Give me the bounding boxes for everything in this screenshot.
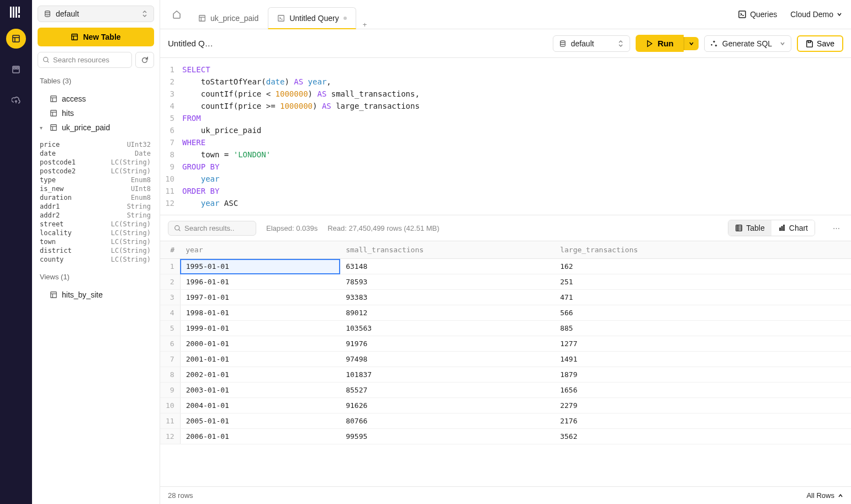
table-row[interactable]: 31997-01-0193383471 [160, 290, 851, 305]
rail-dashboards-icon[interactable] [6, 60, 26, 79]
column-row[interactable]: addr1String [38, 202, 154, 211]
column-row[interactable]: postcode1LC(String) [38, 158, 154, 167]
svg-rect-29 [199, 15, 205, 21]
results-footer: 28 rows All Rows [160, 486, 851, 504]
column-row[interactable]: durationEnum8 [38, 193, 154, 202]
svg-marker-37 [647, 40, 652, 46]
column-row[interactable]: is_newUInt8 [38, 184, 154, 193]
table-row[interactable]: 21996-01-0178593251 [160, 274, 851, 290]
column-header[interactable]: large_transactions [554, 241, 851, 259]
nav-rail [0, 0, 32, 504]
table-item-access[interactable]: access [38, 92, 154, 106]
view-chart-button[interactable]: Chart [771, 220, 815, 236]
column-row[interactable]: countyLC(String) [38, 255, 154, 264]
generate-sql-button[interactable]: Generate SQL [704, 35, 791, 52]
chevron-updown-icon [617, 40, 624, 47]
view-table-button[interactable]: Table [728, 220, 771, 236]
svg-rect-5 [13, 35, 19, 42]
column-row[interactable]: typeEnum8 [38, 176, 154, 184]
table-row[interactable]: 11995-01-0163148162 [160, 259, 851, 274]
results-grid[interactable]: #yearsmall_transactionslarge_transaction… [160, 241, 851, 486]
new-table-button[interactable]: New Table [38, 28, 154, 46]
table-row[interactable]: 112005-01-01807662176 [160, 413, 851, 429]
row-count: 28 rows [168, 491, 193, 500]
svg-rect-3 [18, 7, 20, 13]
svg-rect-4 [18, 15, 20, 18]
svg-rect-26 [51, 292, 57, 298]
column-row[interactable]: districtLC(String) [38, 246, 154, 255]
chevron-down-icon [776, 41, 785, 46]
svg-rect-20 [51, 110, 57, 116]
table-row[interactable]: 82002-01-011018371879 [160, 367, 851, 383]
home-tab[interactable] [165, 0, 189, 29]
run-dropdown-button[interactable] [684, 37, 699, 50]
column-header[interactable]: year [180, 241, 340, 259]
rail-tables-icon[interactable] [6, 29, 26, 49]
column-row[interactable]: addr2String [38, 211, 154, 220]
read-stat: Read: 27,450,499 rows (42.51 MB) [327, 224, 439, 232]
main-area: uk_price_paidUntitled Query + Queries Cl… [160, 0, 851, 504]
database-selector[interactable]: default [38, 6, 154, 22]
tab-uk_price_paid[interactable]: uk_price_paid [189, 7, 268, 29]
results-more-button[interactable]: ⋯ [829, 221, 843, 236]
svg-rect-41 [736, 225, 742, 231]
svg-point-36 [560, 40, 565, 43]
play-icon [646, 40, 653, 47]
database-name: default [56, 9, 79, 18]
query-name[interactable]: Untitled Que… [168, 39, 218, 48]
table-row[interactable]: 41998-01-0189012566 [160, 305, 851, 321]
column-header[interactable]: # [160, 241, 180, 259]
rows-mode-selector[interactable]: All Rows [806, 491, 843, 500]
column-row[interactable]: streetLC(String) [38, 220, 154, 229]
save-button[interactable]: Save [797, 35, 843, 52]
table-row[interactable]: 51999-01-01103563885 [160, 321, 851, 336]
table-row[interactable]: 122006-01-01995953562 [160, 429, 851, 444]
table-row[interactable]: 102004-01-01916262279 [160, 398, 851, 413]
logo-icon [10, 7, 22, 18]
table-row[interactable]: 62000-01-01919761277 [160, 336, 851, 352]
queries-icon [738, 10, 747, 19]
svg-line-40 [179, 229, 180, 230]
run-database-selector[interactable]: default [553, 35, 630, 52]
sidebar: default New Table Search resources Table… [32, 0, 160, 504]
chevron-updown-icon [141, 10, 148, 18]
svg-rect-0 [10, 7, 12, 18]
column-header[interactable]: small_transactions [340, 241, 554, 259]
views-section-label: Views (1) [38, 269, 154, 282]
queries-link[interactable]: Queries [738, 10, 777, 19]
table-row[interactable]: 72001-01-01974981491 [160, 352, 851, 367]
run-button[interactable]: Run [636, 35, 684, 52]
column-row[interactable]: localityLC(String) [38, 229, 154, 237]
table-item-uk_price_paid[interactable]: ▾uk_price_paid [38, 120, 154, 135]
sidebar-search-input[interactable]: Search resources [38, 52, 132, 68]
search-icon [43, 56, 50, 63]
results-search-input[interactable]: Search results.. [168, 221, 256, 236]
column-row[interactable]: priceUInt32 [38, 140, 154, 149]
database-icon [44, 10, 51, 18]
rail-upload-icon[interactable] [6, 91, 26, 110]
table-row[interactable]: 92003-01-01855271656 [160, 383, 851, 398]
svg-rect-23 [51, 125, 57, 131]
tab-untitled-query[interactable]: Untitled Query [268, 7, 356, 29]
query-toolbar: Untitled Que… default Run Generate SQL [160, 29, 851, 58]
chart-icon [778, 224, 786, 232]
column-row[interactable]: dateDate [38, 149, 154, 158]
elapsed-stat: Elapsed: 0.039s [266, 224, 318, 232]
svg-point-15 [44, 57, 48, 62]
cloud-demo-menu[interactable]: Cloud Demo [790, 10, 842, 19]
table-item-hits[interactable]: hits [38, 106, 154, 120]
sql-editor[interactable]: 1SELECT2 toStartOfYear(date) AS year,3 c… [160, 58, 851, 215]
database-icon [559, 40, 567, 47]
chevron-down-icon [689, 41, 694, 46]
view-item-hits_by_site[interactable]: hits_by_site [38, 288, 154, 302]
svg-rect-9 [14, 67, 15, 69]
refresh-button[interactable] [135, 52, 154, 68]
search-icon [174, 225, 181, 232]
column-row[interactable]: postcode2LC(String) [38, 167, 154, 176]
svg-rect-45 [779, 228, 780, 230]
column-row[interactable]: townLC(String) [38, 237, 154, 246]
refresh-icon [141, 56, 149, 64]
add-tab-button[interactable]: + [356, 20, 374, 29]
svg-point-39 [175, 225, 179, 230]
tables-section-label: Tables (3) [38, 73, 154, 86]
